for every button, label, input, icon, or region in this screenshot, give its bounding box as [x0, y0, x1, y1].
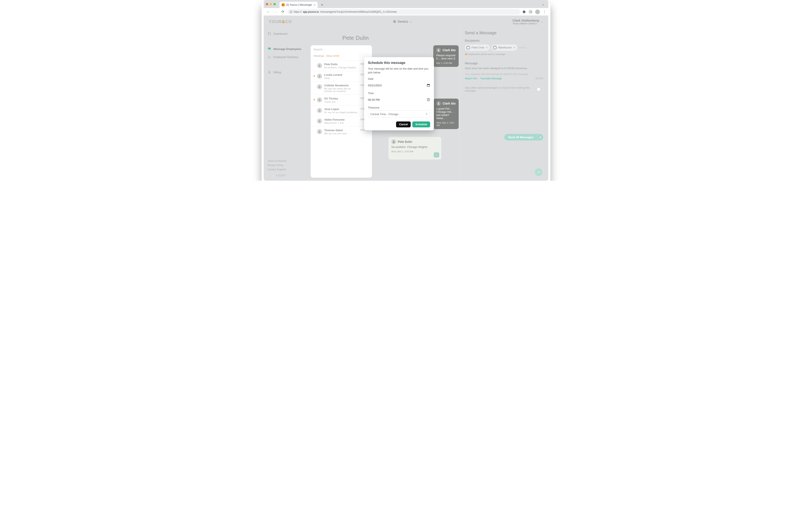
nav-back-button[interactable]: ←: [266, 10, 271, 14]
billing-icon: [267, 70, 271, 74]
close-panel-button[interactable]: ×: [535, 168, 542, 176]
conv-preview: Okay.: [324, 77, 358, 79]
privacy-toggle[interactable]: [537, 87, 543, 91]
date-input[interactable]: 03/21/2023: [368, 82, 430, 89]
timezone-select[interactable]: Central Time - Chicago ▼: [368, 110, 430, 118]
message-menu-button[interactable]: ⋯: [434, 152, 439, 157]
url-bar[interactable]: https://app.yourco.io/messenger/wYwJp1IX…: [287, 9, 520, 15]
attach-file-link[interactable]: Attach File: [465, 77, 477, 80]
briefcase-icon: [493, 46, 497, 50]
recipient-chip[interactable]: Field Crew ×: [465, 45, 490, 51]
sidebar-item-employee-directory[interactable]: Employee Directory: [264, 53, 306, 61]
list-item[interactable]: Lucila LorandOkay.8:54 AM: [311, 71, 372, 81]
url-host: app.yourco.io: [303, 10, 319, 13]
schedule-button[interactable]: Schedule: [412, 121, 430, 127]
company-switcher[interactable]: DemCo ⌄: [393, 20, 412, 24]
search-input[interactable]: Search...: [311, 45, 372, 54]
message-time: Wed, Mar 1, 9:02 AM: [392, 150, 438, 153]
svg-point-19: [319, 131, 320, 132]
svg-point-9: [268, 56, 270, 57]
dashboard-icon: [267, 32, 271, 35]
svg-point-13: [319, 64, 320, 65]
brand-logo-accent: &: [282, 19, 285, 24]
extensions-icon[interactable]: [523, 10, 526, 13]
sidebar-item-billing[interactable]: Billing: [264, 68, 306, 76]
list-item[interactable]: Abbie FensomeAttachment: 1 File9:08 AM: [311, 116, 372, 126]
conv-preview: Thank you.: [324, 101, 358, 103]
unread-dot-icon: [314, 99, 315, 100]
window-traffic-lights[interactable]: [266, 3, 276, 5]
list-item[interactable]: Gil TinsleyThank you.8:52 AM: [311, 94, 372, 105]
message-textarea[interactable]: Start time has been delayed to 8:30AM to…: [465, 66, 543, 70]
sidebar-item-dashboard[interactable]: Dashboard: [264, 30, 306, 38]
user-menu[interactable]: Clark Stoltenberg Yourco Admin • DemCo ⌄: [513, 19, 543, 25]
sidebar-item-message-employees[interactable]: Message Employees: [264, 45, 306, 53]
svg-rect-5: [268, 32, 269, 33]
conv-name: Gil Tinsley: [324, 97, 358, 100]
new-tab-button[interactable]: +: [319, 3, 325, 7]
send-messages-button[interactable]: Send 30 Messages: [504, 134, 537, 140]
compose-panel: Send a Message Recipients Field Crew × W…: [460, 28, 548, 181]
svg-rect-11: [269, 72, 270, 72]
message-outgoing: Clark Sto Please respond if ... time nex…: [433, 45, 459, 67]
site-info-icon[interactable]: [289, 10, 292, 13]
favicon-icon: [282, 3, 285, 6]
list-item[interactable]: Jose LopezSí, eso no es ningún problema.…: [311, 105, 372, 116]
sidebar: Dashboard Message Employees Employee Dir…: [264, 28, 306, 181]
conv-name: Thomas Saket: [324, 129, 358, 132]
list-item[interactable]: Thomas SaketWe ran out over here9:07 AM: [311, 126, 372, 137]
link-contact[interactable]: Contact Support: [267, 168, 286, 171]
nav-forward-button[interactable]: →: [273, 10, 278, 14]
user-role: Yourco Admin • DemCo: [513, 22, 539, 25]
unread-dot-icon: [314, 75, 315, 77]
timezone-label: Timezone: [368, 106, 430, 109]
svg-rect-26: [427, 84, 430, 85]
modal-description: Your message will be sent on the date an…: [368, 67, 430, 75]
window-zoom-icon[interactable]: [273, 3, 276, 5]
person-icon: [317, 97, 322, 102]
conv-preview: My pay this week did not include my over…: [324, 87, 358, 92]
tab-close-icon[interactable]: ×: [314, 3, 316, 6]
person-icon: [392, 139, 396, 144]
chat-icon: [267, 47, 271, 51]
chevron-down-icon: ⌄: [410, 20, 412, 23]
nav-reload-button[interactable]: ⟳: [280, 10, 285, 14]
url-protocol: https://: [294, 10, 302, 13]
sidebar-item-label: Billing: [273, 71, 281, 74]
briefcase-icon: [466, 46, 470, 50]
message-body: Please respond if ... time next S: [436, 54, 456, 60]
time-input[interactable]: 06:30 PM: [368, 96, 430, 103]
chip-remove-icon[interactable]: ×: [513, 46, 515, 49]
message-body: s good Pet... Chicago Hei... last week? …: [436, 107, 456, 120]
browser-menu-icon[interactable]: ⋮: [543, 10, 546, 14]
translate-link[interactable]: Translate Message: [480, 77, 502, 80]
sidebar-item-label: Employee Directory: [273, 55, 298, 59]
company-name: DemCo: [398, 20, 408, 23]
chip-label: Warehouse: [498, 46, 512, 49]
recipients-more[interactable]: and to...: [519, 46, 528, 49]
svg-rect-7: [268, 34, 269, 35]
tabs-overflow-icon[interactable]: ⌄: [540, 2, 546, 6]
chip-remove-icon[interactable]: ×: [486, 46, 488, 49]
message-time: Wed, Mar 1, 9:01 AM: [436, 121, 456, 127]
profile-avatar-icon[interactable]: [535, 9, 540, 14]
window-minimize-icon[interactable]: [270, 3, 272, 5]
cancel-button[interactable]: Cancel: [396, 121, 411, 127]
send-options-button[interactable]: ▾: [537, 134, 543, 140]
list-item[interactable]: Collette NovakovicMy pay this week did n…: [311, 81, 372, 94]
link-privacy[interactable]: Privacy Policy: [267, 164, 286, 167]
svg-rect-12: [269, 72, 270, 72]
pagination-summary: Showing 1 - 50 out of 333 ‹ ›: [311, 54, 372, 60]
list-item[interactable]: Pete DulinNo problem. Chicago Heights.9:…: [311, 60, 372, 71]
window-close-icon[interactable]: [266, 3, 268, 5]
recipient-chip[interactable]: Warehouse ×: [491, 45, 517, 51]
link-terms[interactable]: Terms of Service: [267, 160, 286, 162]
message-sender: Clark Sto: [442, 102, 456, 105]
panel-icon[interactable]: [529, 10, 532, 13]
calendar-icon[interactable]: [427, 84, 430, 87]
browser-tab[interactable]: (3) Yourco | Messenger ×: [280, 2, 318, 8]
clock-icon[interactable]: [427, 98, 430, 101]
url-path: /messenger/wYwJp1IXv4/mvesVxMEkcyGJe99QE…: [320, 10, 397, 13]
person-icon: [317, 118, 322, 124]
page-prev-button[interactable]: ‹: [359, 54, 364, 58]
